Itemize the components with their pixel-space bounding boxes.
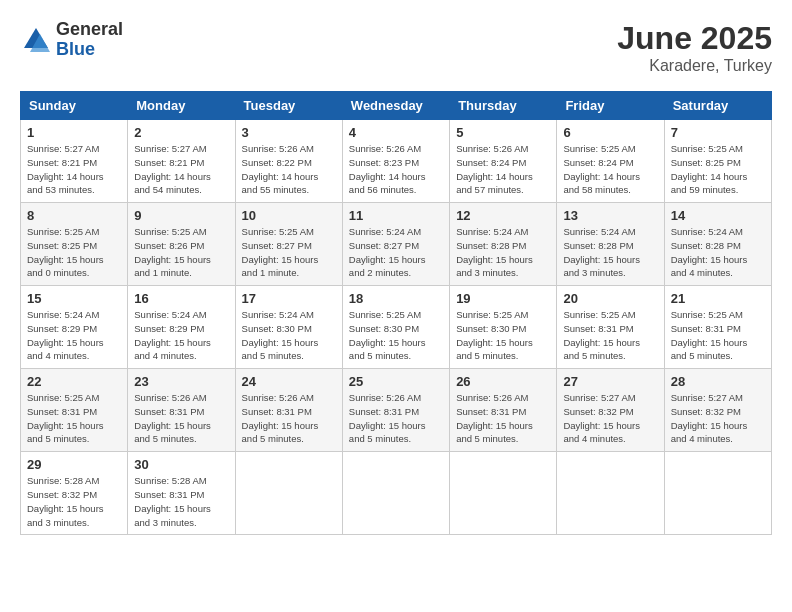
calendar-cell: 22 Sunrise: 5:25 AMSunset: 8:31 PMDaylig… [21, 369, 128, 452]
logo-text: General Blue [56, 20, 123, 60]
day-number: 23 [134, 374, 228, 389]
day-number: 17 [242, 291, 336, 306]
day-info: Sunrise: 5:26 AMSunset: 8:31 PMDaylight:… [134, 391, 228, 446]
calendar-cell: 25 Sunrise: 5:26 AMSunset: 8:31 PMDaylig… [342, 369, 449, 452]
day-info: Sunrise: 5:25 AMSunset: 8:25 PMDaylight:… [27, 225, 121, 280]
day-number: 20 [563, 291, 657, 306]
day-number: 27 [563, 374, 657, 389]
day-info: Sunrise: 5:25 AMSunset: 8:31 PMDaylight:… [27, 391, 121, 446]
logo: General Blue [20, 20, 123, 60]
logo-general: General [56, 20, 123, 40]
day-info: Sunrise: 5:26 AMSunset: 8:24 PMDaylight:… [456, 142, 550, 197]
day-info: Sunrise: 5:25 AMSunset: 8:25 PMDaylight:… [671, 142, 765, 197]
day-info: Sunrise: 5:25 AMSunset: 8:31 PMDaylight:… [671, 308, 765, 363]
day-info: Sunrise: 5:24 AMSunset: 8:28 PMDaylight:… [671, 225, 765, 280]
calendar-cell: 2 Sunrise: 5:27 AMSunset: 8:21 PMDayligh… [128, 120, 235, 203]
logo-blue-text: Blue [56, 40, 123, 60]
day-info: Sunrise: 5:24 AMSunset: 8:28 PMDaylight:… [456, 225, 550, 280]
day-number: 30 [134, 457, 228, 472]
calendar-week-row: 29 Sunrise: 5:28 AMSunset: 8:32 PMDaylig… [21, 452, 772, 535]
calendar-cell: 11 Sunrise: 5:24 AMSunset: 8:27 PMDaylig… [342, 203, 449, 286]
day-number: 26 [456, 374, 550, 389]
calendar-cell: 18 Sunrise: 5:25 AMSunset: 8:30 PMDaylig… [342, 286, 449, 369]
day-info: Sunrise: 5:28 AMSunset: 8:31 PMDaylight:… [134, 474, 228, 529]
calendar-cell: 30 Sunrise: 5:28 AMSunset: 8:31 PMDaylig… [128, 452, 235, 535]
day-info: Sunrise: 5:25 AMSunset: 8:31 PMDaylight:… [563, 308, 657, 363]
day-number: 21 [671, 291, 765, 306]
day-number: 1 [27, 125, 121, 140]
calendar-cell: 5 Sunrise: 5:26 AMSunset: 8:24 PMDayligh… [450, 120, 557, 203]
col-friday: Friday [557, 92, 664, 120]
title-block: June 2025 Karadere, Turkey [617, 20, 772, 75]
day-number: 25 [349, 374, 443, 389]
day-info: Sunrise: 5:26 AMSunset: 8:31 PMDaylight:… [242, 391, 336, 446]
day-info: Sunrise: 5:24 AMSunset: 8:27 PMDaylight:… [349, 225, 443, 280]
col-saturday: Saturday [664, 92, 771, 120]
col-sunday: Sunday [21, 92, 128, 120]
calendar-header-row: Sunday Monday Tuesday Wednesday Thursday… [21, 92, 772, 120]
day-info: Sunrise: 5:26 AMSunset: 8:22 PMDaylight:… [242, 142, 336, 197]
day-info: Sunrise: 5:24 AMSunset: 8:30 PMDaylight:… [242, 308, 336, 363]
calendar-cell: 17 Sunrise: 5:24 AMSunset: 8:30 PMDaylig… [235, 286, 342, 369]
calendar-week-row: 1 Sunrise: 5:27 AMSunset: 8:21 PMDayligh… [21, 120, 772, 203]
calendar-cell: 28 Sunrise: 5:27 AMSunset: 8:32 PMDaylig… [664, 369, 771, 452]
day-number: 6 [563, 125, 657, 140]
calendar-cell: 20 Sunrise: 5:25 AMSunset: 8:31 PMDaylig… [557, 286, 664, 369]
day-number: 28 [671, 374, 765, 389]
day-number: 22 [27, 374, 121, 389]
calendar-cell: 8 Sunrise: 5:25 AMSunset: 8:25 PMDayligh… [21, 203, 128, 286]
calendar-cell [450, 452, 557, 535]
day-number: 2 [134, 125, 228, 140]
calendar-cell: 13 Sunrise: 5:24 AMSunset: 8:28 PMDaylig… [557, 203, 664, 286]
calendar-cell [557, 452, 664, 535]
calendar-week-row: 22 Sunrise: 5:25 AMSunset: 8:31 PMDaylig… [21, 369, 772, 452]
calendar-cell: 4 Sunrise: 5:26 AMSunset: 8:23 PMDayligh… [342, 120, 449, 203]
calendar-week-row: 8 Sunrise: 5:25 AMSunset: 8:25 PMDayligh… [21, 203, 772, 286]
day-number: 8 [27, 208, 121, 223]
calendar-cell: 14 Sunrise: 5:24 AMSunset: 8:28 PMDaylig… [664, 203, 771, 286]
day-info: Sunrise: 5:25 AMSunset: 8:30 PMDaylight:… [456, 308, 550, 363]
calendar-cell: 23 Sunrise: 5:26 AMSunset: 8:31 PMDaylig… [128, 369, 235, 452]
calendar-cell: 15 Sunrise: 5:24 AMSunset: 8:29 PMDaylig… [21, 286, 128, 369]
calendar-cell: 19 Sunrise: 5:25 AMSunset: 8:30 PMDaylig… [450, 286, 557, 369]
col-tuesday: Tuesday [235, 92, 342, 120]
calendar-cell [235, 452, 342, 535]
calendar-cell [664, 452, 771, 535]
day-info: Sunrise: 5:26 AMSunset: 8:23 PMDaylight:… [349, 142, 443, 197]
day-number: 19 [456, 291, 550, 306]
day-info: Sunrise: 5:27 AMSunset: 8:32 PMDaylight:… [671, 391, 765, 446]
day-number: 14 [671, 208, 765, 223]
calendar-cell: 27 Sunrise: 5:27 AMSunset: 8:32 PMDaylig… [557, 369, 664, 452]
col-monday: Monday [128, 92, 235, 120]
day-number: 5 [456, 125, 550, 140]
day-info: Sunrise: 5:25 AMSunset: 8:24 PMDaylight:… [563, 142, 657, 197]
page-header: General Blue June 2025 Karadere, Turkey [20, 20, 772, 75]
day-info: Sunrise: 5:27 AMSunset: 8:21 PMDaylight:… [134, 142, 228, 197]
day-info: Sunrise: 5:25 AMSunset: 8:27 PMDaylight:… [242, 225, 336, 280]
calendar-cell: 6 Sunrise: 5:25 AMSunset: 8:24 PMDayligh… [557, 120, 664, 203]
calendar-cell: 29 Sunrise: 5:28 AMSunset: 8:32 PMDaylig… [21, 452, 128, 535]
calendar-cell [342, 452, 449, 535]
calendar-cell: 16 Sunrise: 5:24 AMSunset: 8:29 PMDaylig… [128, 286, 235, 369]
day-info: Sunrise: 5:26 AMSunset: 8:31 PMDaylight:… [456, 391, 550, 446]
calendar-cell: 10 Sunrise: 5:25 AMSunset: 8:27 PMDaylig… [235, 203, 342, 286]
day-info: Sunrise: 5:28 AMSunset: 8:32 PMDaylight:… [27, 474, 121, 529]
day-number: 4 [349, 125, 443, 140]
day-info: Sunrise: 5:26 AMSunset: 8:31 PMDaylight:… [349, 391, 443, 446]
day-number: 29 [27, 457, 121, 472]
month-title: June 2025 [617, 20, 772, 57]
day-number: 13 [563, 208, 657, 223]
day-info: Sunrise: 5:25 AMSunset: 8:26 PMDaylight:… [134, 225, 228, 280]
day-number: 11 [349, 208, 443, 223]
col-wednesday: Wednesday [342, 92, 449, 120]
day-info: Sunrise: 5:27 AMSunset: 8:32 PMDaylight:… [563, 391, 657, 446]
logo-icon [20, 24, 52, 56]
day-number: 7 [671, 125, 765, 140]
calendar-cell: 1 Sunrise: 5:27 AMSunset: 8:21 PMDayligh… [21, 120, 128, 203]
day-number: 12 [456, 208, 550, 223]
day-number: 24 [242, 374, 336, 389]
day-info: Sunrise: 5:27 AMSunset: 8:21 PMDaylight:… [27, 142, 121, 197]
calendar-cell: 21 Sunrise: 5:25 AMSunset: 8:31 PMDaylig… [664, 286, 771, 369]
calendar-cell: 7 Sunrise: 5:25 AMSunset: 8:25 PMDayligh… [664, 120, 771, 203]
day-number: 18 [349, 291, 443, 306]
